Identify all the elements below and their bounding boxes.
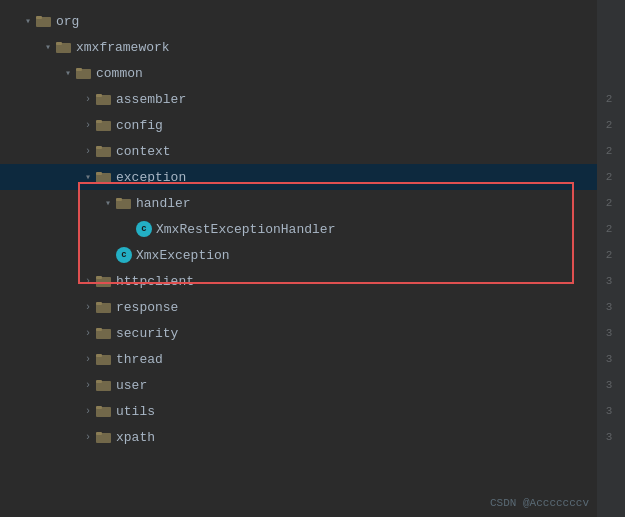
item-label: assembler [116,92,186,107]
item-label: config [116,118,163,133]
tree-item-response[interactable]: response [0,294,625,320]
arrow-icon [40,39,56,55]
tree-item-org[interactable]: org [0,8,625,34]
item-label: common [96,66,143,81]
tree-item-config[interactable]: config [0,112,625,138]
line-number: 3 [597,346,625,372]
arrow-icon [80,429,96,445]
svg-rect-7 [96,94,102,97]
line-number [597,34,625,60]
svg-rect-17 [96,276,102,279]
line-number: 2 [597,138,625,164]
item-label: response [116,300,178,315]
folder-icon [96,429,112,445]
item-label: XmxRestExceptionHandler [156,222,335,237]
arrow-icon [80,403,96,419]
arrow-icon [80,169,96,185]
line-number: 2 [597,86,625,112]
folder-icon [96,299,112,315]
folder-icon [96,377,112,393]
line-number: 2 [597,216,625,242]
tree-item-exception[interactable]: exception [0,164,625,190]
arrow-icon [80,377,96,393]
tree-item-XmxException[interactable]: cXmxException [0,242,625,268]
arrow-icon [80,351,96,367]
item-label: httpclient [116,274,194,289]
svg-rect-11 [96,146,102,149]
tree-item-XmxRestExceptionHandler[interactable]: cXmxRestExceptionHandler [0,216,625,242]
line-number: 2 [597,164,625,190]
tree-item-security[interactable]: security [0,320,625,346]
item-label: security [116,326,178,341]
arrow-icon [100,195,116,211]
line-number: 3 [597,372,625,398]
tree-item-utils[interactable]: utils [0,398,625,424]
line-number: 3 [597,294,625,320]
folder-icon [96,143,112,159]
class-icon: c [116,247,132,263]
arrow-icon [60,65,76,81]
line-number: 3 [597,320,625,346]
line-number: 3 [597,268,625,294]
line-number [597,8,625,34]
tree-item-handler[interactable]: handler [0,190,625,216]
folder-icon [96,169,112,185]
tree-item-thread[interactable]: thread [0,346,625,372]
item-label: user [116,378,147,393]
item-label: thread [116,352,163,367]
folder-icon [96,351,112,367]
svg-rect-13 [96,172,102,175]
svg-rect-15 [116,198,122,201]
folder-icon [96,91,112,107]
line-number: 3 [597,398,625,424]
item-label: org [56,14,79,29]
tree-container: org xmxframework common assembler config… [0,0,625,517]
item-label: xmxframework [76,40,170,55]
svg-rect-1 [36,16,42,19]
svg-rect-5 [76,68,82,71]
svg-rect-21 [96,328,102,331]
svg-rect-29 [96,432,102,435]
item-label: context [116,144,171,159]
tree-item-xpath[interactable]: xpath [0,424,625,450]
folder-icon [96,117,112,133]
folder-icon [96,273,112,289]
line-number: 2 [597,112,625,138]
arrow-icon [80,143,96,159]
item-label: xpath [116,430,155,445]
line-number [597,60,625,86]
svg-rect-9 [96,120,102,123]
item-label: exception [116,170,186,185]
folder-icon [116,195,132,211]
folder-icon [36,13,52,29]
arrow-icon [80,325,96,341]
line-number: 3 [597,424,625,450]
arrow-icon [80,91,96,107]
folder-icon [96,403,112,419]
tree-item-user[interactable]: user [0,372,625,398]
folder-icon [76,65,92,81]
svg-rect-3 [56,42,62,45]
arrow-icon [80,273,96,289]
svg-rect-19 [96,302,102,305]
tree-item-xmxframework[interactable]: xmxframework [0,34,625,60]
svg-rect-25 [96,380,102,383]
tree-item-common[interactable]: common [0,60,625,86]
watermark: CSDN @Acccccccv [490,497,589,509]
line-number: 2 [597,242,625,268]
class-icon: c [136,221,152,237]
tree-item-assembler[interactable]: assembler [0,86,625,112]
tree-item-context[interactable]: context [0,138,625,164]
arrow-icon [80,117,96,133]
svg-rect-23 [96,354,102,357]
folder-icon [56,39,72,55]
svg-rect-27 [96,406,102,409]
item-label: utils [116,404,155,419]
tree-items: org xmxframework common assembler config… [0,8,625,450]
item-label: XmxException [136,248,230,263]
line-number: 2 [597,190,625,216]
arrow-icon [20,13,36,29]
tree-item-httpclient[interactable]: httpclient [0,268,625,294]
folder-icon [96,325,112,341]
item-label: handler [136,196,191,211]
